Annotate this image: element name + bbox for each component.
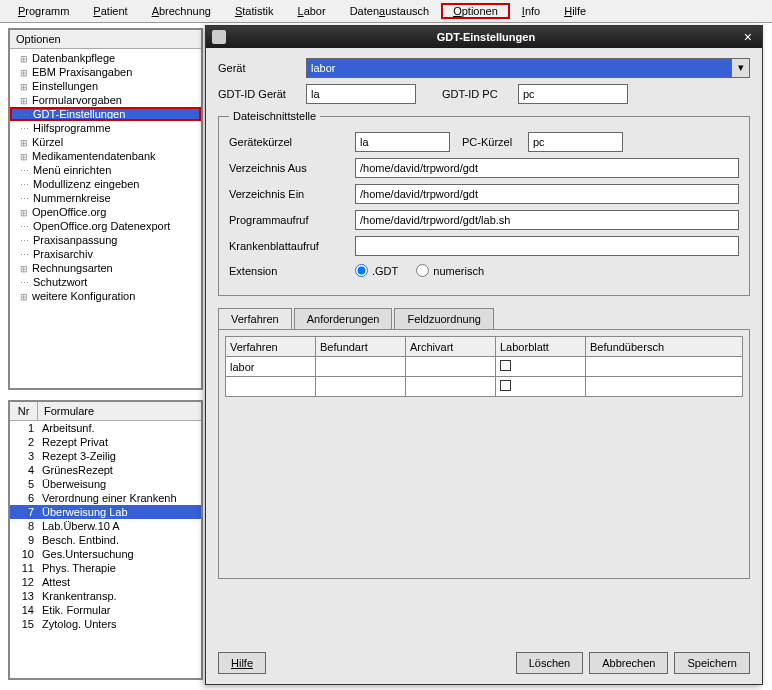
- pckuerzel-label: PC-Kürzel: [462, 136, 522, 148]
- list-item[interactable]: 10Ges.Untersuchung: [10, 547, 201, 561]
- extension-gdt-radio[interactable]: .GDT: [355, 264, 398, 277]
- geraet-combo[interactable]: [306, 58, 732, 78]
- tree-item-k-rzel[interactable]: Kürzel: [10, 135, 201, 149]
- list-item[interactable]: 12Attest: [10, 575, 201, 589]
- table-row[interactable]: [226, 377, 743, 397]
- app-icon: [212, 30, 226, 44]
- close-icon[interactable]: ×: [740, 29, 756, 45]
- table-row[interactable]: labor: [226, 357, 743, 377]
- tree-item-openoffice-org[interactable]: OpenOffice.org: [10, 205, 201, 219]
- list-item[interactable]: 7Überweisung Lab: [10, 505, 201, 519]
- menu-patient[interactable]: Patient: [81, 3, 139, 19]
- list-item[interactable]: 1Arbeitsunf.: [10, 421, 201, 435]
- menu-statistik[interactable]: Statistik: [223, 3, 286, 19]
- gdtid-pc-label: GDT-ID PC: [442, 88, 512, 100]
- tree-item-modullizenz-eingeben[interactable]: Modullizenz eingeben: [10, 177, 201, 191]
- verzeichnis-aus-label: Verzeichnis Aus: [229, 162, 349, 174]
- geraetekuerzel-label: Gerätekürzel: [229, 136, 349, 148]
- extension-numerisch-radio[interactable]: numerisch: [416, 264, 484, 277]
- forms-header-name[interactable]: Formulare: [38, 402, 201, 420]
- menu-datenaustausch[interactable]: Datenaustausch: [338, 3, 442, 19]
- geraet-label: Gerät: [218, 62, 300, 74]
- verfahren-grid[interactable]: Verfahren Befundart Archivart Laborblatt…: [225, 336, 743, 397]
- delete-button[interactable]: Löschen: [516, 652, 584, 674]
- list-item[interactable]: 13Krankentransp.: [10, 589, 201, 603]
- programmaufruf-input[interactable]: [355, 210, 739, 230]
- checkbox-icon[interactable]: [500, 360, 511, 371]
- gdtid-geraet-input[interactable]: [306, 84, 416, 104]
- col-befundart[interactable]: Befundart: [316, 337, 406, 357]
- cancel-button[interactable]: Abbrechen: [589, 652, 668, 674]
- verzeichnis-aus-input[interactable]: [355, 158, 739, 178]
- menu-programm[interactable]: Programm: [6, 3, 81, 19]
- list-item[interactable]: 9Besch. Entbind.: [10, 533, 201, 547]
- list-item[interactable]: 14Etik. Formular: [10, 603, 201, 617]
- extension-label: Extension: [229, 265, 349, 277]
- list-item[interactable]: 4GrünesRezept: [10, 463, 201, 477]
- tree-header: Optionen: [10, 30, 201, 49]
- help-button[interactable]: Hilfe: [218, 652, 266, 674]
- krankenblattaufruf-label: Krankenblattaufruf: [229, 240, 349, 252]
- col-befunduebersch[interactable]: Befundübersch: [586, 337, 743, 357]
- save-button[interactable]: Speichern: [674, 652, 750, 674]
- tree-item-praxisanpassung[interactable]: Praxisanpassung: [10, 233, 201, 247]
- list-item[interactable]: 2Rezept Privat: [10, 435, 201, 449]
- col-verfahren[interactable]: Verfahren: [226, 337, 316, 357]
- tab-verfahren[interactable]: Verfahren: [218, 308, 292, 329]
- verzeichnis-ein-label: Verzeichnis Ein: [229, 188, 349, 200]
- list-item[interactable]: 5Überweisung: [10, 477, 201, 491]
- gdtid-pc-input[interactable]: [518, 84, 628, 104]
- tree-item-weitere-konfiguration[interactable]: weitere Konfiguration: [10, 289, 201, 303]
- tab-feldzuordnung[interactable]: Feldzuordnung: [394, 308, 493, 329]
- gdt-settings-dialog: GDT-Einstellungen × Gerät ▾ GDT-ID Gerät…: [205, 25, 763, 685]
- tree-item-medikamentendatenbank[interactable]: Medikamentendatenbank: [10, 149, 201, 163]
- tree-item-gdt-einstellungen[interactable]: GDT-Einstellungen: [10, 107, 201, 121]
- menu-abrechnung[interactable]: Abrechnung: [140, 3, 223, 19]
- list-item[interactable]: 11Phys. Therapie: [10, 561, 201, 575]
- dialog-title: GDT-Einstellungen: [232, 31, 740, 43]
- tree-item-openoffice-org-datenexport[interactable]: OpenOffice.org Datenexport: [10, 219, 201, 233]
- checkbox-icon[interactable]: [500, 380, 511, 391]
- options-tree: Optionen DatenbankpflegeEBM Praxisangabe…: [8, 28, 203, 390]
- forms-header-nr[interactable]: Nr: [10, 402, 38, 420]
- list-item[interactable]: 8Lab.Überw.10 A: [10, 519, 201, 533]
- title-bar: GDT-Einstellungen ×: [206, 26, 762, 48]
- tree-item-schutzwort[interactable]: Schutzwort: [10, 275, 201, 289]
- tree-item-men-einrichten[interactable]: Menü einrichten: [10, 163, 201, 177]
- menu-labor[interactable]: Labor: [286, 3, 338, 19]
- gdtid-geraet-label: GDT-ID Gerät: [218, 88, 300, 100]
- tree-item-datenbankpflege[interactable]: Datenbankpflege: [10, 51, 201, 65]
- tree-item-nummernkreise[interactable]: Nummernkreise: [10, 191, 201, 205]
- list-item[interactable]: 15Zytolog. Unters: [10, 617, 201, 631]
- pckuerzel-input[interactable]: [528, 132, 623, 152]
- menubar: ProgrammPatientAbrechnungStatistikLaborD…: [0, 0, 772, 23]
- chevron-down-icon[interactable]: ▾: [732, 58, 750, 78]
- verzeichnis-ein-input[interactable]: [355, 184, 739, 204]
- krankenblattaufruf-input[interactable]: [355, 236, 739, 256]
- tree-item-formularvorgaben[interactable]: Formularvorgaben: [10, 93, 201, 107]
- fs-legend: Dateischnittstelle: [229, 110, 320, 122]
- tree-item-ebm-praxisangaben[interactable]: EBM Praxisangaben: [10, 65, 201, 79]
- list-item[interactable]: 6Verordnung einer Krankenh: [10, 491, 201, 505]
- formulare-list: Nr Formulare 1Arbeitsunf.2Rezept Privat3…: [8, 400, 203, 680]
- programmaufruf-label: Programmaufruf: [229, 214, 349, 226]
- menu-hilfe[interactable]: Hilfe: [552, 3, 598, 19]
- col-laborblatt[interactable]: Laborblatt: [496, 337, 586, 357]
- geraetekuerzel-input[interactable]: [355, 132, 450, 152]
- tab-anforderungen[interactable]: Anforderungen: [294, 308, 393, 329]
- dateischnittstelle-group: Dateischnittstelle Gerätekürzel PC-Kürze…: [218, 110, 750, 296]
- tree-item-rechnungsarten[interactable]: Rechnungsarten: [10, 261, 201, 275]
- tree-item-praxisarchiv[interactable]: Praxisarchiv: [10, 247, 201, 261]
- menu-optionen[interactable]: Optionen: [441, 3, 510, 19]
- tree-item-einstellungen[interactable]: Einstellungen: [10, 79, 201, 93]
- list-item[interactable]: 3Rezept 3-Zeilig: [10, 449, 201, 463]
- tree-item-hilfsprogramme[interactable]: Hilfsprogramme: [10, 121, 201, 135]
- col-archivart[interactable]: Archivart: [406, 337, 496, 357]
- menu-info[interactable]: Info: [510, 3, 552, 19]
